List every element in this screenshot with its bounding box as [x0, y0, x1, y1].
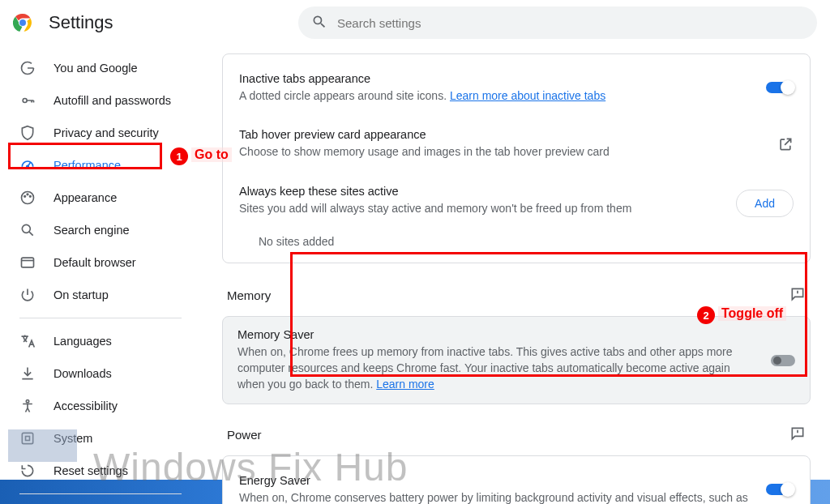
annotation-step-badge: 2 — [697, 306, 715, 324]
svg-rect-13 — [26, 437, 30, 441]
google-g-icon — [19, 60, 36, 76]
memory-saver-toggle[interactable] — [771, 355, 795, 366]
page-title: Settings — [49, 12, 113, 33]
sidebar-item-label: System — [53, 432, 92, 445]
sidebar-item-label: Reset settings — [53, 464, 128, 477]
setting-title: Inactive tabs appearance — [239, 72, 750, 85]
energy-saver-row: Energy Saver When on, Chrome conserves b… — [239, 471, 794, 504]
content-area: Inactive tabs appearance A dotted circle… — [203, 45, 830, 504]
system-icon — [19, 430, 36, 446]
power-section-header: Power — [222, 419, 811, 455]
performance-settings-card: Inactive tabs appearance A dotted circle… — [222, 53, 811, 263]
inactive-tabs-row: Inactive tabs appearance A dotted circle… — [239, 69, 794, 107]
speedometer-icon — [19, 157, 36, 173]
svg-point-4 — [27, 165, 29, 168]
palette-icon — [19, 190, 36, 206]
hover-preview-row[interactable]: Tab hover preview card appearance Choose… — [239, 125, 794, 163]
sidebar: You and Google Autofill and passwords Pr… — [0, 45, 203, 504]
sidebar-item-label: Search engine — [53, 224, 130, 237]
feedback-icon[interactable] — [789, 425, 806, 444]
sidebar-item-languages[interactable]: Languages — [0, 325, 203, 357]
svg-point-11 — [26, 400, 28, 403]
sidebar-item-label: Appearance — [53, 191, 117, 204]
inactive-tabs-toggle[interactable] — [766, 82, 794, 93]
feedback-icon[interactable] — [789, 286, 806, 305]
setting-title: Tab hover preview card appearance — [239, 128, 761, 141]
power-icon — [19, 287, 36, 303]
svg-point-3 — [23, 99, 27, 103]
energy-saver-card: Energy Saver When on, Chrome conserves b… — [222, 455, 811, 504]
sidebar-item-appearance[interactable]: Appearance — [0, 182, 203, 214]
translate-icon — [19, 333, 36, 349]
no-sites-text: No sites added — [239, 220, 794, 248]
header: Settings — [0, 0, 830, 45]
svg-point-6 — [24, 196, 26, 198]
setting-desc: A dotted circle appears around site icon… — [239, 88, 750, 104]
sidebar-item-label: Performance — [53, 159, 121, 172]
annotation-step-text: Toggle off — [718, 306, 786, 321]
setting-title: Memory Saver — [237, 328, 755, 341]
search-icon — [19, 222, 36, 238]
sidebar-divider — [19, 493, 182, 494]
sidebar-item-label: Accessibility — [53, 399, 118, 412]
setting-title: Energy Saver — [239, 474, 750, 487]
reset-icon — [19, 463, 36, 479]
sidebar-item-on-startup[interactable]: On startup — [0, 279, 203, 311]
sidebar-item-extensions[interactable]: Extensions — [0, 501, 203, 504]
svg-point-2 — [19, 19, 26, 26]
setting-title: Always keep these sites active — [239, 185, 720, 198]
section-title: Memory — [227, 288, 271, 302]
learn-more-memory-link[interactable]: Learn more — [376, 378, 434, 391]
sidebar-item-privacy[interactable]: Privacy and security — [0, 117, 203, 149]
learn-more-inactive-tabs-link[interactable]: Learn more about inactive tabs — [450, 89, 605, 102]
setting-desc: Choose to show memory usage and images i… — [239, 143, 761, 160]
sidebar-item-reset[interactable]: Reset settings — [0, 455, 203, 487]
download-icon — [19, 365, 36, 382]
sidebar-divider — [19, 318, 182, 318]
browser-icon — [19, 254, 36, 271]
add-site-button[interactable]: Add — [736, 190, 794, 217]
memory-saver-card: Memory Saver When on, Chrome frees up me… — [222, 316, 811, 405]
svg-rect-12 — [22, 433, 32, 443]
setting-desc: When on, Chrome conserves battery power … — [239, 489, 750, 504]
key-icon — [19, 92, 36, 109]
sidebar-item-autofill[interactable]: Autofill and passwords — [0, 84, 203, 117]
search-settings[interactable] — [298, 6, 817, 39]
sidebar-item-label: Downloads — [53, 367, 112, 380]
sidebar-item-label: Default browser — [53, 256, 136, 269]
section-title: Power — [227, 428, 262, 442]
sidebar-item-label: On startup — [53, 288, 109, 301]
search-icon — [311, 14, 327, 32]
sidebar-item-label: You and Google — [53, 62, 137, 75]
svg-point-9 — [22, 224, 30, 233]
keep-sites-active-row: Always keep these sites active Sites you… — [239, 182, 794, 220]
annotation-step-text: Go to — [191, 147, 232, 162]
svg-point-7 — [27, 194, 28, 195]
sidebar-item-accessibility[interactable]: Accessibility — [0, 390, 203, 422]
accessibility-icon — [19, 398, 36, 414]
chrome-logo-icon — [13, 13, 32, 32]
shield-icon — [19, 125, 36, 141]
sidebar-item-label: Languages — [53, 335, 112, 348]
sidebar-item-you-and-google[interactable]: You and Google — [0, 52, 203, 84]
sidebar-item-label: Autofill and passwords — [53, 94, 171, 107]
sidebar-item-search-engine[interactable]: Search engine — [0, 214, 203, 246]
setting-desc: When on, Chrome frees up memory from ina… — [237, 344, 755, 393]
external-link-icon[interactable] — [777, 136, 794, 155]
sidebar-item-default-browser[interactable]: Default browser — [0, 246, 203, 279]
search-input[interactable] — [337, 16, 804, 30]
annotation-step-badge: 1 — [170, 147, 188, 165]
sidebar-item-label: Privacy and security — [53, 126, 159, 139]
svg-point-8 — [30, 196, 32, 198]
energy-saver-toggle[interactable] — [766, 484, 794, 495]
setting-desc: Sites you add will always stay active an… — [239, 200, 720, 216]
svg-rect-10 — [22, 258, 34, 267]
sidebar-item-downloads[interactable]: Downloads — [0, 357, 203, 390]
sidebar-item-system[interactable]: System — [0, 422, 203, 455]
